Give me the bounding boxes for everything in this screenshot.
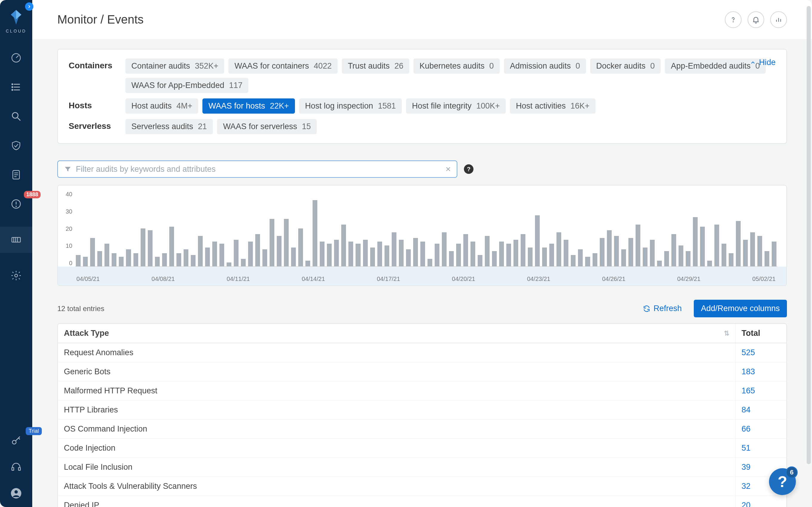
header-stats-button[interactable] <box>770 11 787 28</box>
chart-bar[interactable] <box>241 259 246 266</box>
table-row[interactable]: Code Injection51 <box>58 439 786 458</box>
chart-bar[interactable] <box>578 249 583 266</box>
chart-bar[interactable] <box>134 253 138 266</box>
chart-bar[interactable] <box>542 247 547 267</box>
chart-bar[interactable] <box>456 244 461 266</box>
nav-trial[interactable]: Trial <box>9 434 23 447</box>
refresh-button[interactable]: Refresh <box>643 304 682 313</box>
chart-bar[interactable] <box>356 244 360 266</box>
chart-bar[interactable] <box>564 240 568 266</box>
chart-bar[interactable] <box>571 255 575 266</box>
category-chip[interactable]: WAAS for App-Embedded117 <box>125 78 248 93</box>
chart-bar[interactable] <box>521 234 525 266</box>
table-row[interactable]: Local File Inclusion39 <box>58 458 786 477</box>
table-row[interactable]: Attack Tools & Vulnerability Scanners32 <box>58 477 786 496</box>
chart-bar[interactable] <box>721 244 726 266</box>
col-header-attack-type[interactable]: Attack Type ⇅ <box>58 324 735 343</box>
chart-bar[interactable] <box>298 228 303 266</box>
category-chip[interactable]: Serverless audits21 <box>125 119 213 134</box>
chart-bar[interactable] <box>478 255 483 266</box>
table-row[interactable]: Denied IP20 <box>58 496 786 507</box>
chart-bar[interactable] <box>470 241 475 266</box>
chart-bar[interactable] <box>556 232 561 266</box>
chart-bar[interactable] <box>600 238 605 266</box>
nav-compliance[interactable] <box>9 139 23 152</box>
floating-help-button[interactable]: ? 6 <box>769 468 796 495</box>
chart-bar[interactable] <box>657 261 662 266</box>
chart-bar[interactable] <box>327 244 332 266</box>
chart-bar[interactable] <box>212 241 217 266</box>
chart-bar[interactable] <box>112 253 116 266</box>
filter-help-button[interactable]: ? <box>464 164 473 174</box>
chart-bar[interactable] <box>427 259 432 266</box>
chart-bar[interactable] <box>729 253 733 266</box>
category-chip[interactable]: Kubernetes audits0 <box>413 58 500 74</box>
chart-bar[interactable] <box>97 251 102 266</box>
chart-bar[interactable] <box>399 240 404 266</box>
chart-bar[interactable] <box>485 236 490 266</box>
chart-bar[interactable] <box>169 227 174 266</box>
category-chip[interactable]: Host file integrity100K+ <box>406 99 506 114</box>
chart-bar[interactable] <box>377 241 382 266</box>
chart-bar[interactable] <box>442 232 447 266</box>
chart-bar[interactable] <box>219 244 224 266</box>
cell-total[interactable]: 183 <box>735 362 786 381</box>
col-header-total[interactable]: Total <box>735 324 786 343</box>
chart-bar[interactable] <box>614 236 619 266</box>
add-remove-columns-button[interactable]: Add/Remove columns <box>694 300 787 317</box>
cell-total[interactable]: 20 <box>735 496 786 507</box>
category-chip[interactable]: WAAS for containers4022 <box>229 58 338 74</box>
chart-bar[interactable] <box>141 228 145 266</box>
cell-total[interactable]: 51 <box>735 439 786 457</box>
chart-bar[interactable] <box>305 261 310 266</box>
chart-bar[interactable] <box>650 240 655 266</box>
header-notifications-button[interactable] <box>748 11 764 28</box>
nav-list[interactable] <box>9 80 23 94</box>
chart-bar[interactable] <box>506 244 511 266</box>
nav-settings[interactable] <box>9 269 23 282</box>
filter-input[interactable] <box>76 165 445 174</box>
cell-total[interactable]: 165 <box>735 382 786 400</box>
chart-bar[interactable] <box>269 219 274 266</box>
filter-clear-button[interactable]: × <box>445 164 451 174</box>
chart-bar[interactable] <box>291 247 296 267</box>
chart-bar[interactable] <box>765 251 769 266</box>
chart-bar[interactable] <box>320 241 324 266</box>
table-row[interactable]: Malformed HTTP Request165 <box>58 382 786 400</box>
chart-bar[interactable] <box>248 241 253 266</box>
table-row[interactable]: Generic Bots183 <box>58 362 786 382</box>
chart-bar[interactable] <box>334 240 339 266</box>
chart-bar[interactable] <box>743 240 748 266</box>
chart-bar[interactable] <box>772 241 776 266</box>
category-chip[interactable]: Host audits4M+ <box>125 99 198 114</box>
chart-bar[interactable] <box>686 251 691 266</box>
chart-bar[interactable] <box>148 230 153 266</box>
chart-bar[interactable] <box>513 240 518 266</box>
chart-bar[interactable] <box>83 257 88 266</box>
chart-bar[interactable] <box>628 238 633 266</box>
chart-bar[interactable] <box>757 236 762 266</box>
chart-bar[interactable] <box>76 255 81 266</box>
chart-bar[interactable] <box>191 255 196 266</box>
chart-bar[interactable] <box>664 251 669 266</box>
table-row[interactable]: Request Anomalies525 <box>58 343 786 362</box>
chart-bar[interactable] <box>593 253 597 266</box>
chart-bar[interactable] <box>184 249 188 266</box>
chart-bar[interactable] <box>750 232 755 266</box>
chart-bar[interactable] <box>162 253 167 266</box>
chart-bar[interactable] <box>714 225 719 266</box>
chart-bar[interactable] <box>528 247 532 267</box>
chart-bar[interactable] <box>643 247 648 267</box>
chart-bar[interactable] <box>671 234 676 266</box>
chart-bar[interactable] <box>363 240 368 266</box>
nav-containers[interactable] <box>0 227 32 253</box>
chart-bar[interactable] <box>370 247 375 267</box>
sidebar-expand-button[interactable] <box>25 2 34 11</box>
chart-bar[interactable] <box>707 261 712 266</box>
filter-input-wrap[interactable]: × <box>57 161 457 178</box>
header-help-button[interactable] <box>725 11 742 28</box>
chart-bar[interactable] <box>607 230 612 266</box>
chart-bar[interactable] <box>119 257 123 266</box>
category-chip[interactable]: Docker audits0 <box>590 58 661 74</box>
category-chip[interactable]: Admission audits0 <box>504 58 586 74</box>
